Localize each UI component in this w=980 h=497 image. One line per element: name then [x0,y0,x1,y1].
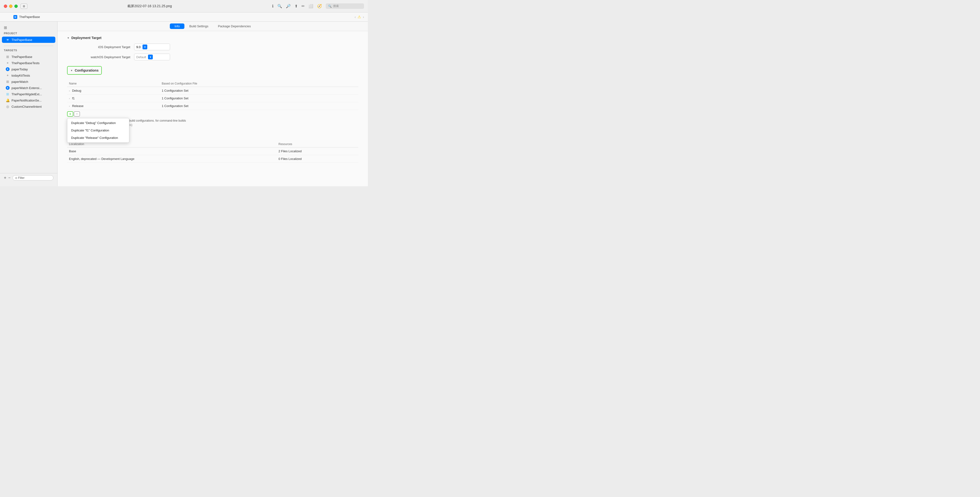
config-based-on-cell: 1 Configuration Set [160,95,358,102]
target-label: paperWatch [11,80,28,84]
tab-build-settings[interactable]: Build Settings [185,24,213,29]
edit-icon[interactable]: ✏ [302,4,305,8]
sidebar-item-thepaperbase-target[interactable]: ⊞ ThePaperBase [2,54,55,60]
expand-icon[interactable]: › [69,97,70,100]
config-note1b: for command-line builds [156,119,186,122]
config-name-cell: › Release [67,102,160,110]
sidebar-item-paperwatch[interactable]: ⊞ paperWatch [2,79,55,85]
configurations-section: ▼ Configurations Name Based on Configura… [67,66,358,128]
targets-divider [4,46,53,46]
sidebar-item-papernotification[interactable]: 🔔 PaperNotificationSe... [2,97,55,103]
titlebar: ⊞ 截屏2022-07-16 13.21.25.png ℹ 🔍 🔎 ⬆ ✏ ⬜ … [0,0,368,13]
configurations-header[interactable]: ▼ Configurations [67,66,102,75]
content-area: Info Build Settings Package Dependencies… [57,22,368,186]
window-title: 截屏2022-07-16 13.21.25.png [30,4,269,8]
sidebar-toggle-button[interactable]: ⊞ [21,3,27,9]
sidebar-item-paperwatch-ext[interactable]: E paperWatch Extensi... [2,85,55,91]
project-section-title: PROJECT [0,32,57,37]
tab-info[interactable]: Info [170,24,185,29]
search-icon: 🔍 [328,5,332,8]
test-icon: ✦ [6,61,10,65]
configurations-table: Name Based on Configuration File › Debug… [67,81,358,110]
zoom-in-icon[interactable]: 🔎 [286,4,291,8]
sidebar-bottom: + − ⊙ Filter [0,173,57,183]
window-icon[interactable]: ⬜ [309,4,313,8]
expand-icon[interactable]: › [69,89,70,92]
expand-icon[interactable]: › [69,105,70,108]
watchos-deployment-value: Default [136,55,146,59]
filter-label: Filter [18,176,25,179]
close-button[interactable] [4,5,7,8]
share-icon[interactable]: ⬆ [294,4,298,8]
filter-icon: ⊙ [15,176,17,179]
col-name-header: Name [67,81,160,87]
tab-package-dependencies[interactable]: Package Dependencies [213,24,256,29]
target-label: CustomChannelIntent [11,105,42,108]
sidebar-item-thepaperbase-tests[interactable]: ✦ ThePaperBaseTests [2,60,55,66]
sidebar-filter[interactable]: ⊙ Filter [13,175,53,181]
sidebar-item-thepaperbase[interactable]: M ThePaperBase [2,37,55,43]
sidebar-collapse-icon[interactable]: ⊞ [4,25,7,30]
main-layout: ⊞ PROJECT M ThePaperBase TARGETS ⊞ ThePa… [0,22,368,186]
target-icon[interactable]: 🧭 [317,4,322,8]
target-label: ThePaperWigdetExt... [11,92,42,96]
minimize-button[interactable] [9,5,13,8]
e-blue-icon: E [6,67,10,71]
info-icon[interactable]: ℹ [272,4,274,8]
config-based-on-cell: 1 Configuration Set [160,102,358,110]
warning-icon: ⚠ [358,14,361,19]
sidebar-top: ⊞ [0,25,57,32]
localizations-table: Localization Resources Base 2 Files Loca… [67,141,358,163]
app-icon: ⊞ [6,55,10,59]
target-label: PaperNotificationSe... [11,98,42,102]
duplicate-debug-item[interactable]: Duplicate "Debug" Configuration [67,119,129,127]
add-configuration-button[interactable]: + [67,111,73,117]
deployment-target-header[interactable]: ▼ Deployment Target [67,36,358,40]
project-icon: M [13,15,17,19]
watchos-deployment-row: watchOS Deployment Target Default ▼ [67,54,358,60]
sidebar-item-customchannel[interactable]: ◎ CustomChannelIntent [2,103,55,110]
sidebar-item-papertoday[interactable]: E paperToday [2,66,55,72]
ios-dropdown-arrow[interactable]: ▼ [143,44,147,49]
duplicate-f1-item[interactable]: Duplicate "f1" Configuration [67,127,129,134]
sidebar-remove-button[interactable]: − [8,176,11,180]
ios-deployment-select[interactable]: 9.0 ▼ [134,44,170,50]
titlebar-icons: ℹ 🔍 🔎 ⬆ ✏ ⬜ 🧭 🔍 搜索 [272,3,364,9]
table-row: › Debug 1 Configuration Set [67,87,358,95]
navbar: M ThePaperBase ‹ ⚠ › [0,13,368,22]
watch-icon: ⊞ [6,80,10,84]
watchos-deployment-label: watchOS Deployment Target [72,55,134,59]
sidebar-item-todaykittests[interactable]: ✦ todayKitTests [2,72,55,79]
config-name-cell: › Debug [67,87,160,95]
nav-forward-icon[interactable]: › [363,15,364,19]
watchos-deployment-control: Default ▼ [134,54,170,60]
duplicate-release-item[interactable]: Duplicate "Release" Configuration [67,134,129,141]
search-bar[interactable]: 🔍 搜索 [326,3,364,9]
zoom-out-icon[interactable]: 🔍 [277,4,282,8]
loc-name-cell: Base [67,148,277,155]
deployment-target-title: Deployment Target [72,36,102,40]
target-label: paperToday [11,68,28,71]
loc-name-cell: English, deprecated — Development Langua… [67,155,277,163]
col-based-on-header: Based on Configuration File [160,81,358,87]
targets-section-title: TARGETS [0,49,57,54]
maximize-button[interactable] [14,5,18,8]
table-row: English, deprecated — Development Langua… [67,155,358,163]
remove-configuration-button[interactable]: − [74,111,80,117]
target-label: todayKitTests [11,74,30,77]
sidebar-item-thepaperwigdet[interactable]: ⊞ ThePaperWigdetExt... [2,91,55,97]
project-nav-name: ThePaperBase [19,15,40,19]
deployment-target-section: ▼ Deployment Target iOS Deployment Targe… [67,36,358,60]
target-label: ThePaperBaseTests [11,61,40,65]
watchos-deployment-select[interactable]: Default ▼ [134,54,170,60]
sidebar-add-button[interactable]: + [4,175,6,181]
traffic-lights [4,5,18,8]
watchos-dropdown-arrow[interactable]: ▼ [148,55,153,59]
chevron-icon: ▼ [67,37,70,39]
nav-back-icon[interactable]: ‹ [355,15,356,19]
target-label: ThePaperBase [11,55,32,59]
intent-icon: ◎ [6,105,10,108]
table-row: › f1 1 Configuration Set [67,95,358,102]
sidebar: ⊞ PROJECT M ThePaperBase TARGETS ⊞ ThePa… [0,22,57,186]
target-label: paperWatch Extensi... [11,86,42,90]
